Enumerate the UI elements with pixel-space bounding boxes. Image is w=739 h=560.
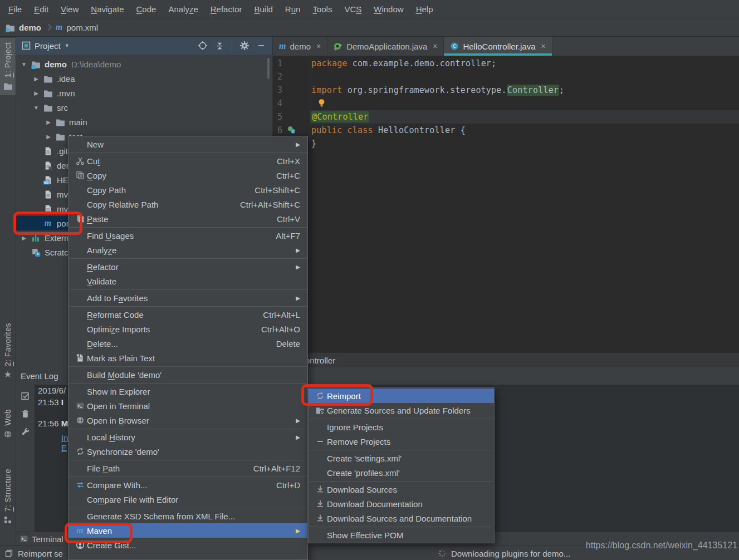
menu-item-copy-path[interactable]: Copy PathCtrl+Shift+C — [68, 183, 307, 197]
event-log-title[interactable]: Event Log — [21, 371, 58, 381]
menu-item-generate-xsd-schema-from-xml-file[interactable]: Generate XSD Schema from XML File... — [68, 509, 307, 523]
editor-tab-hellocontroller-java[interactable]: CHelloController.java× — [444, 37, 552, 56]
code-line-5[interactable]: 5@Controller — [273, 110, 739, 124]
tree-item-src[interactable]: ▼src — [16, 100, 272, 115]
menubar-item-edit[interactable]: Edit — [28, 4, 55, 14]
project-panel-title[interactable]: Project — [35, 41, 61, 51]
event-log-link[interactable]: E — [61, 443, 67, 453]
code-editor[interactable]: 1package com.example.demo.controller;23i… — [273, 56, 739, 352]
menu-item-remove-projects[interactable]: Remove Projects — [309, 434, 494, 449]
menu-item-show-effective-pom[interactable]: Show Effective POM — [309, 528, 494, 542]
menubar-item-tools[interactable]: Tools — [306, 4, 338, 14]
menubar-item-code[interactable]: Code — [130, 4, 163, 14]
menu-item-refactor[interactable]: Refactor▶ — [68, 259, 307, 274]
menu-item-analyze[interactable]: Analyze▶ — [68, 243, 307, 257]
menubar-item-view[interactable]: View — [55, 4, 85, 14]
code-line-2[interactable]: 2 — [273, 70, 739, 83]
menu-item-compare-with[interactable]: Compare With...Ctrl+D — [68, 478, 307, 492]
gear-icon[interactable] — [239, 41, 249, 51]
code-line-6[interactable]: 6cpublic class HelloController { — [273, 124, 739, 137]
menu-item-download-sources-and-documentation[interactable]: Download Sources and Documentation — [309, 511, 494, 525]
menu-item-mark-as-plain-text[interactable]: Mark as Plain Text — [68, 351, 307, 365]
close-icon[interactable]: × — [541, 42, 546, 51]
menu-item-synchronize-demo[interactable]: Synchronize 'demo' — [68, 444, 307, 459]
tool-window-button-7-structure[interactable]: 7: Structure — [0, 464, 16, 529]
chevron-collapsed-icon[interactable]: ▶ — [31, 76, 42, 82]
maven-icon: m — [76, 526, 83, 535]
menu-item-ignore-projects[interactable]: Ignore Projects — [309, 420, 494, 434]
tool-window-button-1-project[interactable]: 1: Project — [0, 38, 16, 95]
menu-item-file-path[interactable]: File PathCtrl+Alt+F12 — [68, 461, 307, 475]
tree-item-main[interactable]: ▶main — [16, 115, 272, 129]
menu-item-download-sources[interactable]: Download Sources — [309, 482, 494, 497]
tool-window-button-2-favorites[interactable]: 2: Favorites★ — [0, 318, 16, 384]
chevron-collapsed-icon[interactable]: ▶ — [18, 235, 30, 241]
menu-item-reimport[interactable]: Reimport — [309, 389, 494, 403]
menubar-item-analyze[interactable]: Analyze — [162, 4, 204, 14]
menubar-item-vcs[interactable]: VCS — [338, 4, 368, 14]
chevron-collapsed-icon[interactable]: ▶ — [31, 90, 42, 96]
menubar-item-refactor[interactable]: Refactor — [204, 4, 248, 14]
editor-tab-demo[interactable]: mdemo× — [273, 37, 327, 56]
chevron-expanded-icon[interactable]: ▼ — [31, 105, 42, 111]
menubar-item-help[interactable]: Help — [410, 4, 439, 14]
menu-item-create-settings-xml[interactable]: Create 'settings.xml' — [309, 451, 494, 465]
menu-item-show-in-explorer[interactable]: Show in Explorer — [68, 384, 307, 399]
chevron-collapsed-icon[interactable]: ▶ — [43, 134, 54, 140]
menu-item-new[interactable]: New▶ — [68, 137, 307, 151]
menu-item-add-to-favorites[interactable]: Add to Favorites▶ — [68, 291, 307, 305]
code-line-7[interactable]: 7} — [273, 137, 739, 150]
tool-window-button-web[interactable]: Web — [0, 405, 16, 443]
menu-item-delete[interactable]: Delete...Delete — [68, 336, 307, 351]
menu-item-copy-relative-path[interactable]: Copy Relative PathCtrl+Alt+Shift+C — [68, 197, 307, 212]
menubar-item-window[interactable]: Window — [368, 4, 409, 14]
close-icon[interactable]: × — [433, 42, 437, 51]
event-log-link[interactable]: In — [61, 433, 68, 443]
collapse-all-icon[interactable] — [215, 41, 224, 51]
menu-item-open-in-browser[interactable]: Open in Browser▶ — [68, 413, 307, 428]
chevron-expanded-icon[interactable]: ▼ — [18, 61, 30, 67]
menu-item-generate-sources-and-update-folders[interactable]: Generate Sources and Update Folders — [309, 403, 494, 417]
menu-item-compare-file-with-editor[interactable]: Compare File with Editor — [68, 492, 307, 507]
tree-item-demo[interactable]: ▼demoD:\idea\demo — [16, 57, 272, 71]
menu-item-find-usages[interactable]: Find UsagesAlt+F7 — [68, 228, 307, 243]
trash-icon[interactable] — [21, 409, 30, 419]
menu-item-paste[interactable]: PasteCtrl+V — [68, 212, 307, 226]
tree-item-mvn[interactable]: ▶.mvn — [16, 86, 272, 100]
menubar-item-file[interactable]: File — [2, 4, 28, 14]
menubar-item-run[interactable]: Run — [279, 4, 307, 14]
wrench-icon[interactable] — [21, 427, 30, 436]
menubar-item-build[interactable]: Build — [248, 4, 278, 14]
hide-icon[interactable] — [257, 41, 266, 50]
menu-item-local-history[interactable]: Local History▶ — [68, 430, 307, 444]
menu-item-open-in-terminal[interactable]: Open in Terminal — [68, 399, 307, 413]
menu-item-reformat-code[interactable]: Reformat CodeCtrl+Alt+L — [68, 307, 307, 322]
code-line-3[interactable]: 3import org.springframework.stereotype.C… — [273, 83, 739, 97]
menu-item-optimize-imports[interactable]: Optimize ImportsCtrl+Alt+O — [68, 322, 307, 336]
menu-item-download-documentation[interactable]: Download Documentation — [309, 497, 494, 511]
menu-item-create-profiles-xml[interactable]: Create 'profiles.xml' — [309, 465, 494, 480]
intention-bulb-icon[interactable] — [317, 98, 326, 107]
menu-item-maven[interactable]: mMaven▶ — [68, 523, 307, 538]
breadcrumb-file[interactable]: pom.xml — [66, 23, 98, 32]
close-icon[interactable]: × — [316, 42, 321, 51]
menubar-item-navigate[interactable]: Navigate — [85, 4, 130, 14]
tree-item-idea[interactable]: ▶.idea — [16, 71, 272, 86]
code-line-4[interactable]: 4 — [273, 97, 739, 110]
terminal-tab[interactable]: Terminal — [32, 534, 63, 544]
menu-item-validate[interactable]: Validate — [68, 274, 307, 288]
breadcrumb-project[interactable]: demo — [19, 23, 41, 32]
menu-item-build-module-demo[interactable]: Build Module 'demo' — [68, 367, 307, 382]
file-icon — [43, 190, 53, 199]
scrollbar-thumb[interactable] — [267, 58, 270, 79]
menu-item-create-gist[interactable]: Create Gist... — [68, 538, 307, 552]
editor-tab-demoapplication-java[interactable]: DemoApplication.java× — [327, 37, 444, 56]
menu-item-cut[interactable]: CutCtrl+X — [68, 154, 307, 168]
chevron-collapsed-icon[interactable]: ▶ — [43, 119, 54, 125]
webglobe-icon — [3, 430, 12, 439]
check-all-icon[interactable] — [21, 391, 30, 401]
code-line-1[interactable]: 1package com.example.demo.controller; — [273, 57, 739, 70]
chevron-down-icon[interactable]: ▼ — [65, 43, 70, 48]
menu-item-copy[interactable]: CopyCtrl+C — [68, 168, 307, 183]
locate-icon[interactable] — [198, 41, 208, 51]
